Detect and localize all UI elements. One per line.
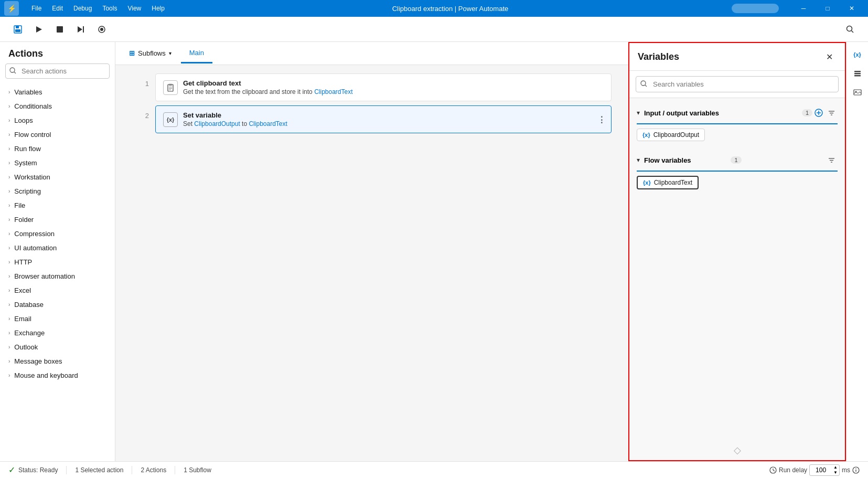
flow-step-2: 2 {x} Set variable Set ClipboardOutput t… bbox=[132, 105, 612, 133]
var-chip-icon: {x} bbox=[643, 179, 651, 186]
clipboard-output-link[interactable]: ClipboardOutput bbox=[194, 120, 240, 128]
record-button[interactable] bbox=[92, 20, 111, 39]
action-item-loops[interactable]: › Loops bbox=[0, 113, 115, 128]
action-item-label: System bbox=[14, 159, 37, 167]
canvas-search-button[interactable] bbox=[841, 20, 860, 39]
run-delay-down[interactable]: ▼ bbox=[832, 470, 839, 475]
step-card-set-variable[interactable]: {x} Set variable Set ClipboardOutput to … bbox=[155, 105, 612, 133]
menu-view[interactable]: View bbox=[123, 3, 145, 14]
action-item-label: Scripting bbox=[14, 187, 41, 195]
input-output-section-header[interactable]: ▾ Input / output variables 1 bbox=[629, 102, 845, 123]
selected-actions-label: 1 Selected action bbox=[75, 466, 123, 474]
action-item-system[interactable]: › System bbox=[0, 156, 115, 170]
run-delay-spinner[interactable]: ▲ ▼ bbox=[832, 465, 839, 475]
action-item-http[interactable]: › HTTP bbox=[0, 255, 115, 269]
variables-search-container bbox=[629, 71, 845, 98]
variables-toggle-button[interactable]: {x} bbox=[849, 46, 866, 63]
action-item-email[interactable]: › Email bbox=[0, 312, 115, 326]
action-item-browser-automation[interactable]: › Browser automation bbox=[0, 269, 115, 283]
subflows-button[interactable]: ⊞ Subflows ▾ bbox=[124, 46, 177, 60]
step-desc-1: Get the text from the clipboard and stor… bbox=[183, 88, 604, 95]
menu-tools[interactable]: Tools bbox=[98, 3, 121, 14]
actions-panel: Actions › Variables › Conditionals › Loo… bbox=[0, 42, 115, 461]
chevron-icon: › bbox=[8, 146, 10, 152]
var-chip-icon: {x} bbox=[642, 132, 650, 138]
clipboard-text-chip[interactable]: {x} ClipboardText bbox=[637, 176, 699, 189]
action-item-scripting[interactable]: › Scripting bbox=[0, 184, 115, 198]
clipboard-text-link-2[interactable]: ClipboardText bbox=[249, 120, 287, 128]
action-item-conditionals[interactable]: › Conditionals bbox=[0, 99, 115, 113]
action-item-message-boxes[interactable]: › Message boxes bbox=[0, 354, 115, 368]
menu-edit[interactable]: Edit bbox=[48, 3, 67, 14]
run-button[interactable] bbox=[29, 20, 48, 39]
flow-variables-section: ▾ Flow variables 1 {x} bbox=[629, 150, 845, 194]
run-delay-up[interactable]: ▲ bbox=[832, 465, 839, 470]
section-chevron-icon: ▾ bbox=[637, 156, 640, 164]
menu-help[interactable]: Help bbox=[147, 3, 169, 14]
step-more-menu[interactable]: ⋮ bbox=[597, 114, 606, 124]
title-bar: ⚡ File Edit Debug Tools View Help Clipbo… bbox=[0, 0, 868, 17]
actions-search-container bbox=[5, 63, 110, 79]
svg-point-18 bbox=[641, 81, 646, 86]
actions-search-input[interactable] bbox=[5, 63, 110, 79]
add-variable-button[interactable] bbox=[812, 107, 825, 119]
filter-input-output-button[interactable] bbox=[825, 107, 838, 119]
action-item-variables[interactable]: › Variables bbox=[0, 85, 115, 99]
clipboard-output-name: ClipboardOutput bbox=[653, 131, 699, 139]
action-item-file[interactable]: › File bbox=[0, 198, 115, 213]
filter-flow-variables-button[interactable] bbox=[825, 154, 838, 166]
action-item-run-flow[interactable]: › Run flow bbox=[0, 142, 115, 156]
chevron-icon: › bbox=[8, 259, 10, 265]
flow-variables-section-header[interactable]: ▾ Flow variables 1 bbox=[629, 150, 845, 171]
chevron-icon: › bbox=[8, 174, 10, 180]
action-item-excel[interactable]: › Excel bbox=[0, 283, 115, 298]
step-content-2: Set variable Set ClipboardOutput to Clip… bbox=[183, 111, 604, 128]
svg-point-39 bbox=[855, 468, 856, 469]
tab-main[interactable]: Main bbox=[181, 44, 212, 63]
stop-button[interactable] bbox=[50, 20, 69, 39]
input-output-section: ▾ Input / output variables 1 bbox=[629, 102, 845, 145]
action-item-workstation[interactable]: › Workstation bbox=[0, 170, 115, 184]
action-item-outlook[interactable]: › Outlook bbox=[0, 340, 115, 354]
chevron-icon: › bbox=[8, 316, 10, 322]
step-card-get-clipboard[interactable]: Get clipboard text Get the text from the… bbox=[155, 73, 612, 101]
clipboard-output-chip[interactable]: {x} ClipboardOutput bbox=[637, 129, 705, 141]
image-button[interactable] bbox=[849, 84, 866, 101]
svg-rect-6 bbox=[83, 26, 84, 33]
action-item-ui-automation[interactable]: › UI automation bbox=[0, 241, 115, 255]
clipboard-text-link[interactable]: ClipboardText bbox=[314, 88, 352, 95]
save-button[interactable] bbox=[8, 20, 27, 39]
action-item-label: Conditionals bbox=[14, 102, 52, 110]
variables-search-input[interactable] bbox=[636, 76, 839, 92]
action-item-label: File bbox=[14, 201, 25, 209]
menu-file[interactable]: File bbox=[27, 3, 46, 14]
menu-debug[interactable]: Debug bbox=[69, 3, 96, 14]
next-step-button[interactable] bbox=[71, 20, 90, 39]
minimize-button[interactable]: ─ bbox=[791, 0, 816, 17]
action-item-exchange[interactable]: › Exchange bbox=[0, 326, 115, 340]
action-item-label: Flow control bbox=[14, 131, 51, 139]
close-button[interactable]: ✕ bbox=[840, 0, 864, 17]
layers-button[interactable] bbox=[849, 65, 866, 82]
actions-list: › Variables › Conditionals › Loops › Flo… bbox=[0, 83, 115, 461]
chevron-icon: › bbox=[8, 273, 10, 279]
action-item-label: Message boxes bbox=[14, 357, 62, 365]
variables-close-button[interactable]: ✕ bbox=[822, 49, 837, 64]
action-item-database[interactable]: › Database bbox=[0, 298, 115, 312]
chevron-icon: › bbox=[8, 288, 10, 293]
chevron-icon: › bbox=[8, 103, 10, 109]
action-item-mouse-keyboard[interactable]: › Mouse and keyboard bbox=[0, 368, 115, 383]
maximize-button[interactable]: □ bbox=[816, 0, 840, 17]
canvas-area: ⊞ Subflows ▾ Main 1 bbox=[115, 42, 628, 461]
action-item-label: Loops bbox=[14, 116, 33, 124]
action-item-folder[interactable]: › Folder bbox=[0, 213, 115, 227]
action-item-compression[interactable]: › Compression bbox=[0, 227, 115, 241]
action-item-flow-control[interactable]: › Flow control bbox=[0, 128, 115, 142]
total-actions-label: 2 Actions bbox=[141, 466, 166, 474]
run-delay-input[interactable] bbox=[810, 465, 832, 475]
diamond-icon: ◇ bbox=[734, 444, 741, 456]
actions-search-icon bbox=[9, 67, 16, 76]
chevron-icon: › bbox=[8, 302, 10, 307]
status-divider-1 bbox=[66, 466, 67, 474]
chevron-icon: › bbox=[8, 231, 10, 237]
